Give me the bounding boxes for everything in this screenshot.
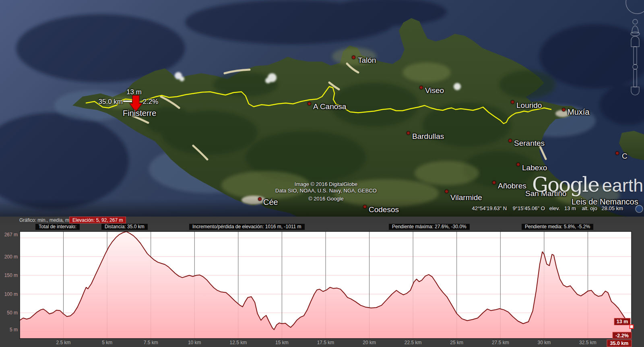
status-globe-icon xyxy=(636,205,643,213)
marker-distance-label: 35.0 km xyxy=(97,98,123,106)
elevation-minmax-badge: Elevación: 5, 92, 267 m xyxy=(69,217,126,223)
y-axis-label: 100 m xyxy=(4,291,18,297)
x-axis-label: 20 km xyxy=(363,340,376,345)
y-axis-label: 267 m xyxy=(4,232,18,238)
y-axis-label: 50 m xyxy=(7,310,18,316)
x-axis-label: 17.5 km xyxy=(317,340,334,345)
x-axis-label: 27.5 km xyxy=(492,340,509,345)
y-axis-label: 5 m xyxy=(10,327,18,333)
elevation-stat-4: Pendiente media: 5.8%, -5.2% xyxy=(522,224,593,230)
elevation-stat-0: Total de intervalo: xyxy=(35,224,80,230)
elevation-stat-3: Pendiente máxima: 27.6%, -30.0% xyxy=(389,224,470,230)
y-axis-label: 150 m xyxy=(4,273,18,278)
marker-elevation-label: 13 m xyxy=(125,88,143,96)
chart-header-row: Gráfico: min., media, máx. Elevación: 5,… xyxy=(0,217,644,224)
cursor-distance-readout: 35.0 km xyxy=(610,341,629,346)
x-axis-label: 12.5 km xyxy=(230,340,247,345)
x-axis-label: 5 km xyxy=(102,340,112,345)
x-axis-label: 2.5 km xyxy=(56,340,71,345)
elevation-profile-panel: 267 m200 m150 m100 m50 m5 m2.5 km5 km7.5… xyxy=(0,217,644,347)
elevation-stat-1: Distancia: 35.0 km xyxy=(101,224,148,230)
status-bar-coordinates: 42°54'19.63" N 9°15'45.06" O elev. 13 m … xyxy=(472,205,623,211)
google-earth-window: TalónViseoA CanosaLouridoMuxíaBardullasS… xyxy=(0,0,644,347)
x-axis-label: 7.5 km xyxy=(144,340,158,345)
marker-dash xyxy=(123,101,132,102)
chart-stats-row: Total de intervalo:Distancia: 35.0 kmInc… xyxy=(0,224,644,230)
x-axis-label: 25 km xyxy=(450,340,463,345)
x-axis-label: 32.5 km xyxy=(579,340,597,345)
x-axis-label: 10 km xyxy=(188,340,201,345)
x-axis-label: 22.5 km xyxy=(405,340,422,345)
cursor-slope-readout: -2.2% xyxy=(615,333,629,339)
cursor-elevation-readout: 13 m xyxy=(617,319,628,324)
elevation-chart[interactable]: 267 m200 m150 m100 m50 m5 m2.5 km5 km7.5… xyxy=(0,217,644,347)
x-axis-label: 30 km xyxy=(538,340,551,345)
satellite-imagery xyxy=(0,0,644,217)
x-axis-label: 15 km xyxy=(275,340,289,345)
elevation-stat-2: Incremento/pérdida de elevación: 1016 m,… xyxy=(189,224,305,230)
map-view[interactable]: TalónViseoA CanosaLouridoMuxíaBardullasS… xyxy=(0,0,644,217)
y-axis-label: 200 m xyxy=(4,254,18,260)
cursor-marker[interactable] xyxy=(630,325,634,328)
marker-slope-label: -2.2% xyxy=(140,98,158,106)
graph-minmax-label: Gráfico: min., media, máx. xyxy=(19,217,76,223)
